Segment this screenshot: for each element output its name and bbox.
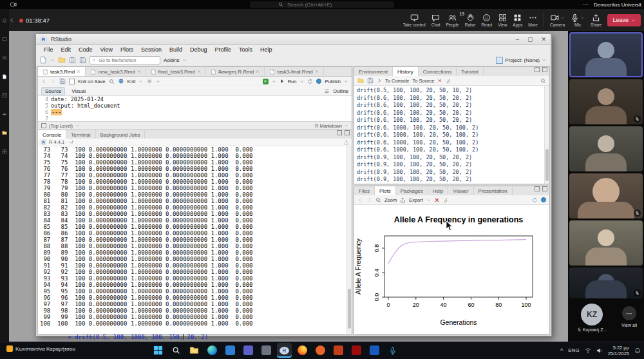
teams-mic-indicator[interactable] <box>385 343 400 358</box>
menu-help[interactable]: Help <box>256 46 276 53</box>
history-entry[interactable]: drift(0.9, 100, 100, 20, 50, 20, 2) <box>357 154 547 162</box>
tab-help[interactable]: Help <box>428 186 448 195</box>
console-scrollbar[interactable] <box>346 146 352 334</box>
minimize-button[interactable]: – <box>516 36 519 43</box>
history-entry[interactable]: drift(0.6, 1000, 100, 20, 50, 100, 2) <box>357 124 547 132</box>
chevron-down-icon[interactable] <box>560 15 565 20</box>
apps-button[interactable]: Apps <box>513 14 522 27</box>
chevron-down-icon[interactable] <box>75 124 79 128</box>
camera-button[interactable]: Camera <box>550 14 565 27</box>
activity-icon[interactable] <box>2 18 7 23</box>
history-entry[interactable]: drift(0.6, 100, 100, 20, 50, 20, 2) <box>357 117 547 124</box>
save-all-icon[interactable] <box>79 57 86 64</box>
chevron-down-icon[interactable] <box>580 15 585 20</box>
source-mode-button[interactable]: Source <box>41 87 65 95</box>
share-button[interactable]: Share <box>591 14 601 27</box>
menu-edit[interactable]: Edit <box>57 46 75 53</box>
participant-video-1[interactable] <box>569 32 643 77</box>
participant-avatar-tile[interactable]: KZ Κυριακή Ζ... <box>569 301 614 338</box>
participant-video-3[interactable] <box>569 126 643 171</box>
rstudio-taskbar-button[interactable]: R <box>277 343 292 358</box>
close-button[interactable]: ✕ <box>541 36 546 43</box>
participant-video-4[interactable] <box>569 173 643 218</box>
menu-plots[interactable]: Plots <box>117 46 137 53</box>
tab-background-jobs[interactable]: Background Jobs <box>96 130 146 139</box>
file-explorer-button[interactable] <box>187 343 202 358</box>
editor-tab[interactable]: Άσκηση R.Rmd <box>206 67 265 76</box>
chat-icon[interactable] <box>2 37 7 42</box>
editor-tab[interactable]: new_task3.Rmd <box>86 67 146 76</box>
tab-presentation[interactable]: Presentation <box>474 186 513 195</box>
minimize-pane-icon[interactable] <box>535 186 540 191</box>
clock[interactable]: 5:22 μμ 25/1/2025 <box>608 345 629 356</box>
apps-icon[interactable] <box>2 149 7 154</box>
search-input[interactable] <box>286 1 366 8</box>
save-history-icon[interactable] <box>367 77 374 84</box>
calendar-icon[interactable] <box>2 93 7 98</box>
delete-entries-icon[interactable] <box>437 78 442 83</box>
gear-icon[interactable] <box>146 78 153 84</box>
editor-tab[interactable]: task3.Rmd <box>38 67 86 76</box>
popout-icon[interactable] <box>344 140 349 145</box>
previous-plot-icon[interactable] <box>357 197 363 203</box>
history-entry[interactable]: drift(0.6, 100, 100, 20, 50, 20, 2) <box>357 95 547 102</box>
tab-plots[interactable]: Plots <box>375 186 396 195</box>
chevron-down-icon[interactable] <box>542 58 546 63</box>
close-icon[interactable] <box>137 70 141 73</box>
history-entry[interactable]: drift(0.6, 100, 100, 20, 50, 20, 2) <box>357 102 547 110</box>
view-all-button[interactable]: ⋯ View all <box>616 301 643 338</box>
history-entry[interactable]: drift(0.6, 1000, 100, 20, 50, 100, 2) <box>357 131 547 139</box>
edge-button[interactable] <box>205 343 220 358</box>
chevron-down-icon[interactable] <box>272 79 276 84</box>
new-file-icon[interactable] <box>39 56 47 64</box>
publish-plot-icon[interactable] <box>541 197 546 202</box>
search-history-icon[interactable] <box>540 78 546 84</box>
take-control-button[interactable]: Take control <box>403 14 426 27</box>
refresh-icon[interactable] <box>532 197 538 203</box>
close-icon[interactable] <box>197 70 201 73</box>
maximize-pane-icon[interactable] <box>542 186 547 191</box>
menu-build[interactable]: Build <box>166 46 186 53</box>
save-icon[interactable] <box>69 57 76 64</box>
project-selector[interactable]: Project: (None) <box>496 57 546 64</box>
word-button[interactable] <box>367 343 382 358</box>
chevron-down-icon[interactable] <box>344 79 348 84</box>
publish-button[interactable]: Publish <box>325 79 341 84</box>
history-entry[interactable]: drift(0.5, 100, 100, 20, 50, 10, 2) <box>357 87 547 95</box>
assignments-icon[interactable] <box>2 74 7 79</box>
scrollbar-thumb[interactable] <box>348 289 351 329</box>
scope-selector[interactable]: (Top Level) <box>49 123 73 129</box>
chevron-down-icon[interactable] <box>50 58 55 63</box>
tab-environment[interactable]: Environment <box>354 67 393 76</box>
outline-button[interactable]: Outline <box>333 88 348 94</box>
history-scrollbar[interactable] <box>544 86 549 184</box>
mic-button[interactable]: Mic <box>571 14 585 27</box>
close-icon[interactable] <box>256 70 260 73</box>
knit-button[interactable]: Knit <box>128 79 136 84</box>
start-button[interactable] <box>151 343 166 358</box>
close-icon[interactable] <box>77 70 80 73</box>
menu-tools[interactable]: Tools <box>235 46 256 53</box>
people-button[interactable]: 19 People <box>446 14 459 27</box>
visual-mode-button[interactable]: Visual <box>68 88 89 95</box>
files-icon[interactable] <box>2 130 7 135</box>
language-indicator[interactable]: ENG <box>568 347 579 353</box>
open-file-icon[interactable] <box>58 56 66 64</box>
console-output[interactable]: 73 73 100 0.000000000 1.0000000 0.000000… <box>38 146 349 327</box>
tab-packages[interactable]: Packages <box>396 186 428 195</box>
find-icon[interactable] <box>109 79 115 84</box>
goto-input[interactable] <box>97 57 158 64</box>
to-source-button[interactable]: To Source <box>413 78 435 84</box>
chevron-down-icon[interactable] <box>299 79 304 84</box>
history-entry[interactable]: drift(0.9, 100, 100, 20, 50, 20, 2) <box>357 176 547 184</box>
tab-connections[interactable]: Connections <box>419 67 457 76</box>
chevron-down-icon[interactable] <box>426 198 431 202</box>
participant-video-6[interactable] <box>569 267 643 298</box>
history-entry[interactable]: drift(0.6, 100, 100, 20, 50, 20, 2) <box>357 110 547 117</box>
run-button[interactable]: Run <box>288 79 297 84</box>
tab-terminal[interactable]: Terminal <box>66 130 95 139</box>
menu-profile[interactable]: Profile <box>211 46 236 53</box>
firefox-button[interactable] <box>295 343 310 358</box>
volume-icon[interactable] <box>596 347 603 354</box>
filetype-selector[interactable]: R Markdown <box>315 123 342 129</box>
